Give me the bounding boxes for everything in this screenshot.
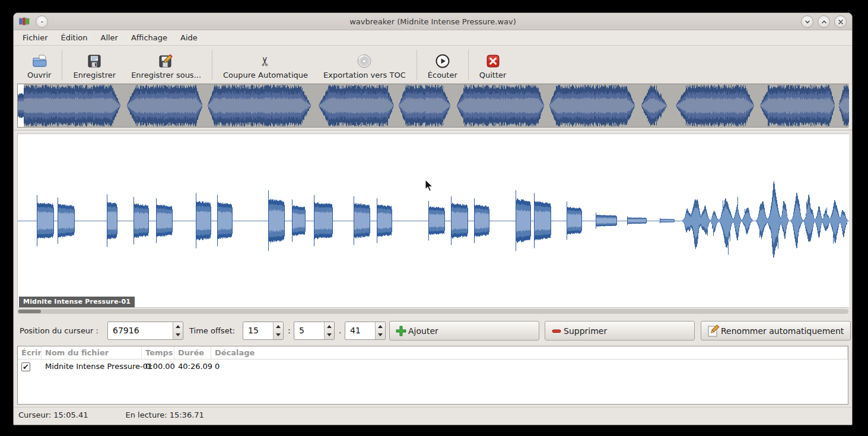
time-offset-label: Time offset: — [189, 321, 235, 341]
time-colon: : — [288, 321, 291, 340]
controls-row: Position du curseur : 67916 Time offset:… — [14, 321, 852, 341]
time-offset-sec-spinbox[interactable]: 5 — [294, 322, 335, 340]
toc-export-label: Exportation vers TOC — [323, 71, 406, 79]
spin-up-icon — [276, 325, 281, 328]
spin-down-icon — [276, 333, 281, 336]
save-icon — [87, 53, 101, 69]
cursor-position-spinbox[interactable]: 67916 — [107, 322, 183, 340]
toolbar-separator — [212, 50, 212, 80]
time-dot: . — [339, 321, 341, 340]
close-icon — [837, 18, 844, 26]
waveform-main[interactable]: Midnite Intense Pressure-01 — [17, 133, 848, 308]
save-label: Enregistrer — [73, 71, 116, 79]
spin-down-button[interactable] — [173, 331, 183, 340]
app-icon — [19, 17, 30, 26]
time-offset-min-spinbox[interactable]: 15 — [243, 322, 284, 340]
time-offset-sec-input[interactable]: 5 — [294, 322, 324, 339]
maximize-button[interactable] — [818, 15, 830, 28]
track-part-label: Midnite Intense Pressure-01 — [19, 297, 135, 307]
titlebar[interactable]: wavbreaker (Midnite Intense Pressure.wav… — [14, 13, 852, 30]
header-filename[interactable]: Nom du fichier — [42, 346, 142, 359]
spin-down-icon — [378, 333, 383, 336]
add-label: Ajouter — [408, 326, 438, 336]
cell-time: 0:00.00 — [142, 359, 174, 374]
time-offset-min-input[interactable]: 15 — [243, 322, 273, 339]
minimize-button[interactable] — [801, 15, 813, 28]
waveform-overview[interactable] — [17, 84, 848, 128]
menu-affichage[interactable]: Affichage — [125, 30, 174, 45]
header-write[interactable]: Écrir — [18, 346, 42, 359]
menu-aide[interactable]: Aide — [174, 30, 204, 45]
window-controls — [801, 15, 847, 28]
spin-down-button[interactable] — [274, 331, 283, 340]
open-icon — [31, 53, 47, 69]
delete-label: Supprimer — [564, 326, 607, 336]
waveform-scrollbar[interactable] — [17, 309, 848, 314]
delete-button[interactable]: Supprimer — [545, 321, 695, 340]
wavbreaker-window: wavbreaker (Midnite Intense Pressure.wav… — [13, 12, 853, 425]
spin-down-button[interactable] — [376, 331, 385, 340]
play-button[interactable]: Écouter — [420, 47, 465, 82]
separator-groove — [14, 130, 852, 131]
window-menu-dot-icon — [41, 21, 43, 23]
cursor-position-input[interactable]: 67916 — [108, 322, 173, 339]
spin-up-button[interactable] — [376, 322, 385, 331]
track-list: Écrir Nom du fichier Temps Durée Décalag… — [17, 346, 848, 405]
toc-export-icon — [357, 53, 372, 69]
save-as-button[interactable]: Enregistrer sous... — [123, 47, 209, 82]
auto-cut-icon: ✂ — [260, 53, 271, 69]
menubar: Fichier Édition Aller Affichage Aide — [14, 30, 852, 46]
spin-up-icon — [378, 325, 383, 328]
header-offset[interactable]: Décalage — [211, 346, 848, 359]
open-label: Ouvrir — [27, 71, 51, 79]
chevron-up-icon — [821, 18, 828, 26]
cell-filename: Midnite Intense Pressure-01 — [42, 359, 142, 374]
table-row[interactable]: ✔ Midnite Intense Pressure-01 0:00.00 40… — [18, 359, 848, 374]
play-icon — [435, 53, 450, 69]
write-checkbox[interactable]: ✔ — [21, 362, 30, 371]
cell-duration: 40:26.09 — [174, 359, 211, 374]
save-button[interactable]: Enregistrer — [65, 47, 123, 82]
toolbar-separator — [62, 50, 62, 80]
status-playback: En lecture: 15:36.71 — [125, 410, 204, 419]
time-offset-frac-input[interactable]: 41 — [345, 322, 375, 339]
delete-minus-icon — [551, 325, 562, 337]
add-plus-icon — [395, 325, 407, 337]
window-title: wavbreaker (Midnite Intense Pressure.wav… — [14, 13, 852, 30]
rename-pencil-icon — [707, 324, 720, 338]
spin-up-button[interactable] — [274, 322, 283, 331]
spin-up-button[interactable] — [325, 322, 334, 331]
quit-icon — [486, 53, 500, 69]
check-icon: ✔ — [23, 363, 29, 371]
cell-offset: 0 — [211, 359, 848, 374]
waveform-main-canvas[interactable] — [18, 134, 849, 307]
menu-aller[interactable]: Aller — [94, 30, 124, 45]
add-button[interactable]: Ajouter — [389, 321, 539, 340]
auto-rename-button[interactable]: Renommer automatiquement — [701, 321, 851, 340]
save-as-icon — [158, 53, 174, 69]
play-label: Écouter — [428, 71, 457, 79]
status-cursor: Curseur: 15:05.41 — [18, 410, 88, 419]
header-time[interactable]: Temps — [142, 346, 174, 359]
waveform-overview-canvas[interactable] — [18, 84, 849, 127]
spin-down-button[interactable] — [325, 331, 334, 340]
spin-down-icon — [327, 333, 332, 336]
scrollbar-thumb[interactable] — [18, 310, 41, 313]
auto-cut-button[interactable]: ✂ Coupure Automatique — [215, 47, 316, 82]
time-offset-frac-spinbox[interactable]: 41 — [345, 322, 386, 340]
save-as-label: Enregistrer sous... — [131, 71, 201, 79]
menu-edition[interactable]: Édition — [55, 30, 94, 45]
close-button[interactable] — [834, 15, 847, 28]
toc-export-button[interactable]: Exportation vers TOC — [316, 47, 414, 82]
auto-cut-label: Coupure Automatique — [223, 71, 308, 79]
quit-button[interactable]: Quitter — [472, 47, 514, 82]
spin-up-button[interactable] — [173, 322, 183, 331]
auto-rename-label: Renommer automatiquement — [721, 326, 844, 336]
header-duration[interactable]: Durée — [174, 346, 211, 359]
quit-label: Quitter — [479, 71, 507, 79]
window-menu-button[interactable] — [36, 15, 48, 28]
track-list-header: Écrir Nom du fichier Temps Durée Décalag… — [18, 346, 848, 359]
menu-fichier[interactable]: Fichier — [16, 30, 55, 45]
open-button[interactable]: Ouvrir — [20, 47, 59, 82]
statusbar: Curseur: 15:05.41 En lecture: 15:36.71 — [14, 407, 852, 422]
